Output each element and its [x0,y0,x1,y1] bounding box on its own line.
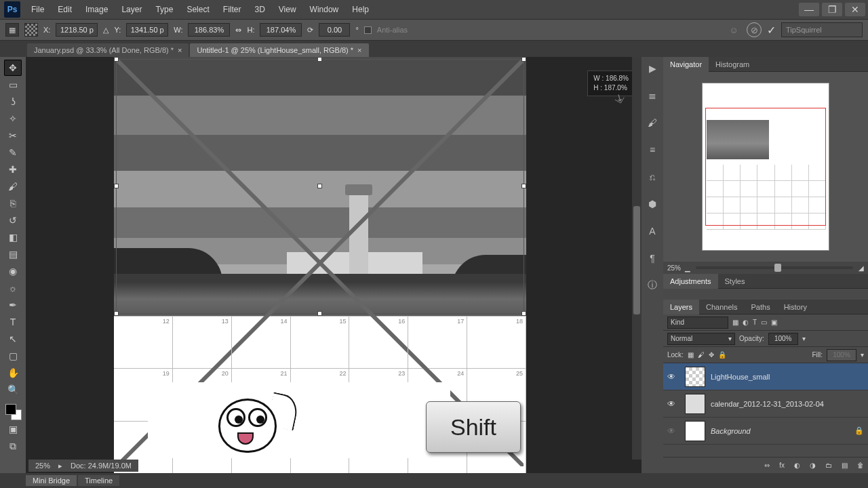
history-tab[interactable]: History [777,300,814,314]
clone-source-icon[interactable]: ⎌ [645,169,660,184]
transform-handle[interactable] [521,57,526,62]
pen-tool[interactable]: ✒ [4,297,22,313]
adjustments-tab[interactable]: Adjustments [663,274,718,289]
antialias-check[interactable] [364,26,372,34]
rotate-field[interactable]: 0.00 [319,23,350,37]
menu-edit[interactable]: Edit [51,3,79,16]
layer-filter-kind[interactable]: Kind [667,317,728,329]
filter-adj-icon[interactable]: ◐ [743,319,749,326]
transform-center-handle[interactable] [317,184,322,188]
scroll-thumb[interactable] [633,206,640,314]
paragraph-icon[interactable]: ¶ [645,251,660,266]
lock-position-icon[interactable]: ✥ [709,351,714,359]
placed-image[interactable] [114,57,526,316]
clone-tool[interactable]: ⎘ [4,195,22,211]
transform-handle[interactable] [317,311,322,316]
path-select-tool[interactable]: ↖ [4,331,22,347]
styles-tab[interactable]: Styles [718,274,752,289]
color-swatches[interactable] [4,403,22,420]
screenmode-toggle[interactable]: ⧉ [4,438,22,454]
layers-tab[interactable]: Layers [663,300,699,314]
layer-thumb[interactable] [685,394,705,414]
lasso-tool[interactable]: ʖ [4,94,22,110]
menu-3d[interactable]: 3D [248,3,271,16]
navigator-zoom-slider[interactable] [696,266,853,269]
new-group-icon[interactable]: 🗀 [825,462,832,469]
status-flyout-icon[interactable]: ▸ [58,462,62,470]
lock-all-icon[interactable]: 🔒 [718,351,726,359]
info-icon[interactable]: ⓘ [645,278,660,293]
user-icon[interactable]: ☺ [726,22,741,37]
menu-view[interactable]: View [272,3,303,16]
h-field[interactable]: 187.04% [260,23,302,37]
menu-filter[interactable]: Filter [216,3,248,16]
magic-wand-tool[interactable]: ✧ [4,110,22,127]
crop-tool[interactable]: ✂ [4,127,22,144]
layer-name[interactable]: LightHouse_small [711,373,770,381]
layer-fx-icon[interactable]: fx [779,462,785,469]
timeline-tab[interactable]: Timeline [78,475,119,486]
transform-handle[interactable] [317,57,322,62]
quickmask-toggle[interactable]: ▣ [4,421,22,437]
menu-select[interactable]: Select [180,3,216,16]
layer-mask-icon[interactable]: ◐ [794,462,800,469]
actions-icon[interactable]: ≣ [645,88,660,103]
lock-paint-icon[interactable]: 🖌 [698,351,705,359]
vertical-scrollbar[interactable] [632,57,642,460]
3d-icon[interactable]: ⬢ [645,197,660,211]
dodge-tool[interactable]: ☼ [4,280,22,296]
menu-layer[interactable]: Layer [115,3,149,16]
canvas-area[interactable]: 12 13 14 15 16 17 18 19 20 21 22 23 24 2… [26,57,642,473]
w-field[interactable]: 186.83% [188,23,230,37]
zoom-level[interactable]: 25% [35,462,50,470]
close-icon[interactable]: × [357,46,361,54]
opacity-flyout-icon[interactable]: ▾ [802,335,806,342]
menu-image[interactable]: Image [79,3,115,16]
play-icon[interactable]: ▶ [645,61,660,76]
y-field[interactable]: 1341.50 p [126,23,168,37]
zoom-tool[interactable]: 🔍 [4,382,22,398]
fill-field[interactable]: 100% [827,349,856,361]
type-tool[interactable]: T [4,314,22,330]
eraser-tool[interactable]: ◧ [4,229,22,245]
link-icon[interactable]: ⇔ [235,26,241,35]
filter-type-icon[interactable]: T [753,319,757,326]
link-layers-icon[interactable]: ⇔ [764,462,770,469]
fill-flyout-icon[interactable]: ▾ [861,351,864,359]
navigator-proxy[interactable] [703,83,829,250]
zoom-out-icon[interactable]: ▁ [685,264,690,272]
doc-tab-1[interactable]: January.psd @ 33.3% (All Done, RGB/8) * … [27,43,189,57]
lock-transparent-icon[interactable]: ▦ [688,351,694,359]
menu-window[interactable]: Window [303,3,346,16]
cancel-transform-button[interactable]: ⊘ [747,22,762,37]
delta-icon[interactable]: △ [103,26,108,35]
menu-file[interactable]: File [24,3,51,16]
menu-type[interactable]: Type [149,3,180,16]
transform-handle[interactable] [114,311,119,316]
doc-tab-2[interactable]: Untitled-1 @ 25% (LightHouse_small, RGB/… [190,43,368,57]
fg-color-swatch[interactable] [5,404,16,415]
blur-tool[interactable]: ◉ [4,263,22,279]
eyedropper-tool[interactable]: ✎ [4,144,22,161]
transform-handle[interactable] [521,311,526,316]
navigator-zoom-value[interactable]: 25% [667,264,681,272]
commit-transform-button[interactable]: ✓ [767,22,776,37]
layer-row[interactable]: 👁 LightHouse_small [663,363,868,390]
channels-tab[interactable]: Channels [699,300,744,314]
menu-help[interactable]: Help [345,3,376,16]
character-icon[interactable]: A [645,224,660,239]
transform-icon[interactable]: ▦ [5,23,19,37]
visibility-toggle[interactable]: 👁 [667,426,677,436]
hand-tool[interactable]: ✋ [4,365,22,381]
visibility-toggle[interactable]: 👁 [667,399,677,409]
visibility-toggle[interactable]: 👁 [667,372,677,382]
layer-name[interactable]: calendar_2012-12-31_2013-02-04 [711,400,824,408]
mini-bridge-tab[interactable]: Mini Bridge [26,475,77,486]
layer-thumb[interactable] [685,421,705,441]
x-field[interactable]: 1218.50 p [56,23,98,37]
filter-pixel-icon[interactable]: ▦ [732,319,738,326]
paths-tab[interactable]: Paths [745,300,777,314]
navigator-panel[interactable] [663,72,868,262]
layer-row[interactable]: 👁 calendar_2012-12-31_2013-02-04 [663,390,868,418]
zoom-in-icon[interactable]: ◢ [859,264,864,272]
